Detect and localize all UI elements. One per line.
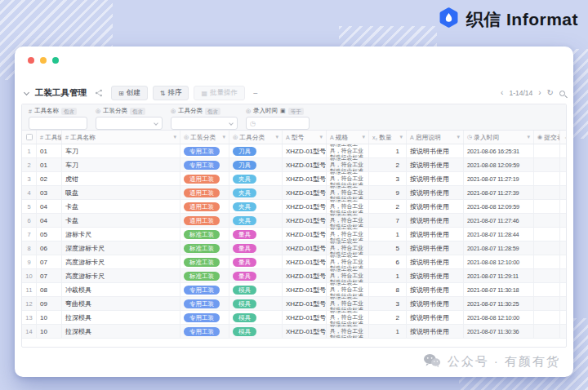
chevron-down-icon[interactable]: [24, 89, 29, 95]
column-menu-caret-icon[interactable]: ▾: [275, 134, 278, 140]
prev-page-icon[interactable]: ‹: [501, 89, 503, 97]
filter-operator-tag[interactable]: 包含: [61, 108, 77, 115]
minimize-window-icon[interactable]: [40, 57, 47, 64]
column-header-name[interactable]: #工具名称▾: [62, 131, 180, 144]
table-row[interactable]: 907高度游标卡尺标准工装量具XHZD-01型号标准工装工具，符合工业制造行业标…: [22, 255, 567, 269]
filter-text-input[interactable]: [29, 117, 87, 130]
cell-submitter: [534, 242, 560, 255]
filter-operator-tag[interactable]: 等于: [288, 108, 304, 115]
next-page-icon[interactable]: ›: [538, 89, 541, 97]
close-window-icon[interactable]: [28, 57, 34, 64]
filter-field-name: 工装分类: [103, 107, 127, 115]
column-label: 数量: [379, 133, 392, 142]
cell-qty: 6: [369, 255, 407, 268]
cell-spec: 标准工装工具，符合工业制造行业标准: [327, 172, 369, 185]
cell-code: 04: [37, 200, 62, 213]
cell-qty: 2: [369, 311, 407, 324]
table-row[interactable]: 705游标卡尺标准工装量具XHZD-01型号标准工装工具，符合工业制造行业标准1…: [22, 228, 567, 242]
cell-empty: [560, 297, 567, 310]
cell-code: 10: [37, 325, 62, 338]
share-icon[interactable]: [95, 86, 103, 100]
cell-usage: 按说明书使用: [407, 297, 464, 310]
table-row[interactable]: 1209弯曲模具专用工装模具XHZD-01型号标准工装工具，符合工业制造行业标准…: [22, 297, 567, 311]
filter-operator-tag[interactable]: 包含: [130, 108, 145, 115]
more-button[interactable]: −: [250, 89, 261, 98]
cell-qty: 1: [369, 269, 407, 282]
category-badge: 量具: [233, 230, 256, 239]
column-header-cat2[interactable]: ◎工具分类▾: [229, 131, 283, 144]
cell-usage: 按说明书使用: [407, 242, 464, 255]
brand-hexagon-icon: [438, 7, 460, 32]
add-column-button[interactable]: ＋: [560, 131, 567, 144]
column-header-submitter[interactable]: ◉提交者▾: [534, 131, 560, 144]
column-menu-caret-icon[interactable]: ▾: [399, 134, 403, 140]
column-header-time[interactable]: ◷录入时间▾: [464, 131, 534, 144]
page-range: 1-14/14: [509, 89, 532, 97]
column-label: 工具编号: [45, 133, 62, 142]
cell-usage: 按说明书使用: [407, 255, 464, 268]
table-row[interactable]: 403吸盘通用工装夹具XHZD-01型号标准工装工具，符合工业制造行业标准9按说…: [22, 186, 567, 200]
category-badge: 模具: [233, 286, 256, 295]
column-menu-caret-icon[interactable]: ▾: [173, 134, 176, 140]
cell-usage: 按说明书使用: [407, 283, 464, 296]
filter-select[interactable]: [96, 117, 163, 130]
table-row[interactable]: 504卡盘通用工装夹具XHZD-01型号标准工装工具，符合工业制造行业标准2按说…: [22, 200, 567, 214]
filter-select[interactable]: [171, 117, 238, 130]
cell-time: 2021-08-07 11:27:39: [464, 186, 534, 199]
cell-cat2: 量具: [229, 255, 283, 268]
batch-actions-button[interactable]: ▦ 批量操作: [194, 86, 245, 100]
refresh-icon[interactable]: ↻: [547, 89, 554, 97]
cell-empty: [560, 158, 567, 171]
select-type-icon: ◎: [171, 108, 176, 114]
view-title[interactable]: 工装工具管理: [35, 87, 87, 99]
column-label: 型号: [292, 133, 305, 142]
table-row[interactable]: 1310拉深模具专用工装模具XHZD-01型号标准工装工具，符合工业制造行业标准…: [22, 311, 567, 325]
column-header-code[interactable]: #工具编号▾: [37, 131, 62, 144]
cell-code: 01: [37, 158, 62, 171]
cell-spec: 标准工装工具，符合工业制造行业标准: [327, 228, 369, 241]
table-row[interactable]: 1108冲裁模具专用工装模具XHZD-01型号标准工装工具，符合工业制造行业标准…: [22, 283, 567, 297]
table-row[interactable]: 604卡盘通用工装夹具XHZD-01型号标准工装工具，符合工业制造行业标准7按说…: [22, 214, 567, 228]
filter-field-1: #工具名称包含: [29, 107, 87, 130]
filter-field-3: ◎工具分类包含: [171, 107, 238, 130]
cell-usage: 按说明书使用: [407, 228, 464, 241]
create-button[interactable]: ⊞ 创建: [111, 86, 148, 100]
table-row[interactable]: 806深度游标卡尺标准工装量具XHZD-01型号标准工装工具，符合工业制造行业标…: [22, 242, 567, 255]
search-icon[interactable]: [559, 91, 565, 96]
category-badge: 通用工装: [184, 216, 220, 225]
sort-button[interactable]: ⇅ 排序: [153, 86, 189, 100]
column-header-spec[interactable]: A规格▾: [327, 131, 369, 144]
cell-name: 虎钳: [62, 172, 180, 185]
filter-operator-tag[interactable]: 包含: [205, 108, 220, 115]
filter-field-4: ◎录入时间▣等于◷: [246, 107, 310, 130]
cell-model: XHZD-01型号: [283, 242, 327, 255]
table-row[interactable]: 302虎钳通用工装夹具XHZD-01型号标准工装工具，符合工业制造行业标准3按说…: [22, 172, 567, 186]
maximize-window-icon[interactable]: [52, 57, 59, 64]
chevron-down-icon: [229, 121, 234, 126]
table-row[interactable]: 1007高度游标卡尺标准工装量具XHZD-01型号标准工装工具，符合工业制造行业…: [22, 269, 567, 283]
column-menu-caret-icon[interactable]: ▾: [362, 134, 365, 140]
cell-submitter: [534, 158, 560, 171]
table-row[interactable]: 1410拉深模具专用工装模具XHZD-01型号标准工装工具，符合工业制造行业标准…: [22, 325, 567, 339]
row-index: 7: [22, 228, 37, 241]
cell-cat1: 标准工装: [180, 228, 229, 241]
column-menu-caret-icon[interactable]: ▾: [319, 134, 323, 140]
column-menu-caret-icon[interactable]: ▾: [222, 134, 225, 140]
table-row[interactable]: 201车刀专用工装刀具XHZD-01型号标准工装工具，符合工业制造行业标准2按说…: [22, 158, 567, 172]
time-type-icon: ◷: [467, 134, 472, 140]
column-header-model[interactable]: A型号▾: [283, 131, 327, 144]
column-menu-caret-icon[interactable]: ▾: [527, 134, 530, 140]
column-header-cat1[interactable]: ◎工装分类▾: [180, 131, 229, 144]
filter-label: ◎工具分类包含: [171, 107, 238, 115]
wechat-icon: [423, 353, 441, 370]
cell-cat1: 通用工装: [180, 200, 229, 213]
table-row[interactable]: 101车刀专用工装刀具XHZD-01型号标准工装工具，符合工业制造行业标准1按说…: [22, 144, 567, 158]
select-all-checkbox[interactable]: [26, 134, 33, 140]
column-header-qty[interactable]: x₂数量▾: [369, 131, 407, 144]
cell-time: 2021-08-07 11:27:19: [464, 172, 534, 185]
column-menu-caret-icon[interactable]: ▾: [457, 134, 460, 140]
filter-datetime-input[interactable]: ◷: [246, 117, 310, 130]
cell-model: XHZD-01型号: [283, 144, 327, 157]
cell-cat1: 专用工装: [180, 144, 229, 157]
column-header-usage[interactable]: A启用说明▾: [407, 131, 464, 144]
